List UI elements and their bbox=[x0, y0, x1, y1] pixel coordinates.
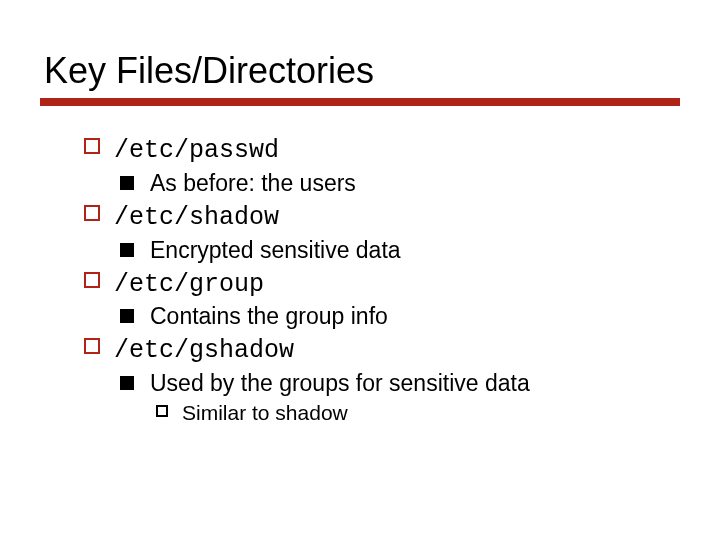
subitem-text: As before: the users bbox=[150, 170, 356, 196]
list-subitem: As before: the users bbox=[120, 168, 680, 199]
slide-content: /etc/passwd As before: the users /etc/sh… bbox=[40, 132, 680, 428]
slide-title: Key Files/Directories bbox=[44, 50, 680, 92]
slide: Key Files/Directories /etc/passwd As bef… bbox=[0, 0, 720, 540]
title-underline bbox=[40, 98, 680, 106]
subitem-text: Contains the group info bbox=[150, 303, 388, 329]
subsubitem-text: Similar to shadow bbox=[182, 401, 348, 424]
file-path: /etc/passwd bbox=[114, 136, 279, 165]
hollow-square-bullet-icon bbox=[84, 205, 100, 221]
list-subsubitem: Similar to shadow bbox=[156, 399, 680, 427]
hollow-square-bullet-small-icon bbox=[156, 405, 168, 417]
list-item: /etc/gshadow bbox=[84, 332, 680, 368]
list-subitem: Contains the group info bbox=[120, 301, 680, 332]
solid-square-bullet-icon bbox=[120, 176, 134, 190]
list-subitem: Used by the groups for sensitive data bbox=[120, 368, 680, 399]
list-subitem: Encrypted sensitive data bbox=[120, 235, 680, 266]
list-item: /etc/passwd bbox=[84, 132, 680, 168]
list-item: /etc/group bbox=[84, 266, 680, 302]
hollow-square-bullet-icon bbox=[84, 138, 100, 154]
hollow-square-bullet-icon bbox=[84, 338, 100, 354]
solid-square-bullet-icon bbox=[120, 309, 134, 323]
solid-square-bullet-icon bbox=[120, 243, 134, 257]
file-path: /etc/shadow bbox=[114, 203, 279, 232]
solid-square-bullet-icon bbox=[120, 376, 134, 390]
file-path: /etc/group bbox=[114, 270, 264, 299]
list-item: /etc/shadow bbox=[84, 199, 680, 235]
subitem-text: Used by the groups for sensitive data bbox=[150, 370, 530, 396]
subitem-text: Encrypted sensitive data bbox=[150, 237, 401, 263]
file-path: /etc/gshadow bbox=[114, 336, 294, 365]
hollow-square-bullet-icon bbox=[84, 272, 100, 288]
